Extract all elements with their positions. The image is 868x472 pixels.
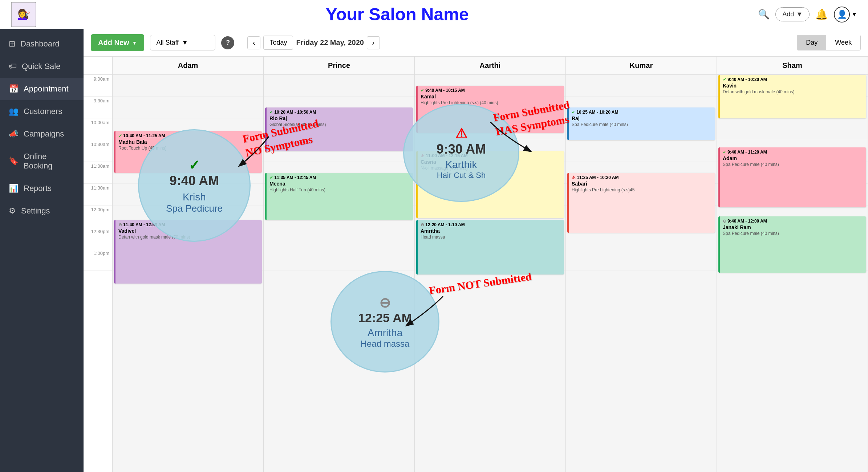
appointment-raj[interactable]: ✓ 10:25 AM - 10:20 AM Raj Spa Pedicure m… xyxy=(567,107,715,140)
onlinebooking-icon: 🔖 xyxy=(9,156,19,166)
appt-time: ✓ 9:40 AM - 10:15 AM xyxy=(421,88,561,93)
appt-service: Root Touch Up (45 mins) xyxy=(118,146,259,151)
current-date-label: Friday 22 May, 2020 xyxy=(296,38,364,47)
row xyxy=(717,118,868,140)
appt-service: Detan with gold mask male (40 mins) xyxy=(723,89,863,94)
week-view-button[interactable]: Week xyxy=(826,35,860,50)
time-slot-1030: 10:30am xyxy=(84,140,112,162)
search-button[interactable]: 🔍 xyxy=(758,9,770,20)
dashboard-icon: ⊞ xyxy=(9,39,15,49)
row xyxy=(566,249,717,271)
appointment-rio-raj[interactable]: ✓ 10:20 AM - 10:50 AM Rio Raj Global Sid… xyxy=(265,107,413,151)
appt-service: Highlights Half Tub (40 mins) xyxy=(269,187,410,192)
prev-date-button[interactable]: ‹ xyxy=(247,36,260,49)
appt-service: Detan with gold mask male (70 mins) xyxy=(118,235,259,240)
row xyxy=(566,75,717,97)
user-menu[interactable]: 👤 ▼ xyxy=(834,7,857,23)
staff-columns: Adam ✓ 10:40 AM - 11:25 AM xyxy=(113,57,868,472)
user-avatar: 👤 xyxy=(834,7,850,23)
today-button[interactable]: Today xyxy=(263,36,293,50)
appt-name: Kavin xyxy=(723,83,863,89)
sidebar-item-dashboard[interactable]: ⊞ Dashboard xyxy=(0,33,84,55)
appt-time: ⊖ 9:40 AM - 12:00 AM xyxy=(723,219,863,224)
sidebar-item-customers[interactable]: 👥 Customers xyxy=(0,100,84,123)
notification-icon[interactable]: 🔔 xyxy=(815,8,828,20)
add-new-label: Add New xyxy=(98,38,129,47)
next-date-button[interactable]: › xyxy=(367,36,380,49)
appointment-amritha[interactable]: ⊖ 12:20 AM - 1:10 AM Amritha Head massa xyxy=(416,220,564,274)
appt-service: Highlights Pre Lightening (s.s) (40 mins… xyxy=(421,100,561,105)
staff-col-kumar: Kumar ✓ 10:25 AM - 10:20 AM xyxy=(566,57,717,472)
day-view-button[interactable]: Day xyxy=(797,35,826,50)
staff-col-sham: Sham ✓ 9:40 AM - 10:20 AM xyxy=(717,57,868,472)
staff-header-kumar: Kumar xyxy=(566,57,717,75)
view-toggle: Day Week xyxy=(797,35,861,50)
time-slot-1230: 12:30pm xyxy=(84,227,112,249)
sidebar-item-settings[interactable]: ⚙ Settings xyxy=(0,200,84,222)
row xyxy=(113,75,263,97)
staff-body-prince: ✓ 10:20 AM - 10:50 AM Rio Raj Global Sid… xyxy=(264,75,414,472)
appointment-sabari[interactable]: ⚠ 11:25 AM - 10:20 AM Sabari Highlights … xyxy=(567,173,715,233)
appointment-kavin[interactable]: ✓ 9:40 AM - 10:20 AM Kavin Detan with go… xyxy=(718,75,866,118)
sidebar-label-dashboard: Dashboard xyxy=(20,39,60,49)
sidebar-item-reports[interactable]: 📊 Reports xyxy=(0,177,84,200)
appt-service: Head massa xyxy=(421,235,561,240)
add-new-button[interactable]: Add New ▼ xyxy=(91,34,144,51)
date-nav-group: ‹ Today Friday 22 May, 2020 › xyxy=(247,36,380,50)
row xyxy=(113,97,263,118)
sidebar-item-appointment[interactable]: 📅 Appointment xyxy=(0,78,84,100)
time-slot-1200: 12:00pm xyxy=(84,206,112,227)
row xyxy=(566,140,717,162)
time-slot-1100: 11:00am xyxy=(84,162,112,184)
appt-name: Casria xyxy=(421,159,561,165)
appt-service: Highlights Pre Lightening (s.s)45 xyxy=(572,187,712,192)
appt-time: ✓ 10:40 AM - 11:25 AM xyxy=(118,133,259,138)
reports-icon: 📊 xyxy=(9,184,19,193)
settings-icon: ⚙ xyxy=(9,206,16,216)
appt-name: Amritha xyxy=(421,228,561,234)
appt-name: Kamal xyxy=(421,94,561,99)
sidebar-item-quicksale[interactable]: 🏷 Quick Sale xyxy=(0,55,84,78)
appointment-vadivel[interactable]: ⊖ 11:40 AM - 12:50 AM Vadivel Detan with… xyxy=(114,220,262,284)
appt-time: ⚠ 11:00 AM - 12:15 AM xyxy=(421,153,561,158)
appt-time: ⚠ 11:25 AM - 10:20 AM xyxy=(572,175,712,180)
help-button[interactable]: ? xyxy=(221,36,234,49)
appointment-kamal[interactable]: ✓ 9:40 AM - 10:15 AM Kamal Highlights Pr… xyxy=(416,86,564,133)
appt-name: Meena xyxy=(269,181,410,187)
staff-body-adam: ✓ 10:40 AM - 11:25 AM Madhu Bala Root To… xyxy=(113,75,263,472)
appt-name: Rio Raj xyxy=(269,115,410,121)
sidebar-label-reports: Reports xyxy=(24,184,52,193)
staff-header-sham: Sham xyxy=(717,57,868,75)
staff-col-adam: Adam ✓ 10:40 AM - 11:25 AM xyxy=(113,57,264,472)
sidebar-item-campaigns[interactable]: 📣 Campaigns xyxy=(0,123,84,145)
appt-name: Raj xyxy=(572,115,712,121)
staff-body-kumar: ✓ 10:25 AM - 10:20 AM Raj Spa Pedicure m… xyxy=(566,75,717,472)
add-label: Add xyxy=(782,11,794,18)
appt-service: Global Sides(s.t)38 (60 mins) xyxy=(269,122,410,127)
appointment-meena[interactable]: ✓ 11:35 AM - 12:45 AM Meena Highlights H… xyxy=(265,173,413,220)
appointment-madhu-bala[interactable]: ✓ 10:40 AM - 11:25 AM Madhu Bala Root To… xyxy=(114,131,262,173)
appt-name: Janaki Ram xyxy=(723,224,863,230)
time-slot-1000: 10:00am xyxy=(84,118,112,140)
row xyxy=(264,75,414,97)
top-header: 💇‍♀️ Your Salon Name 🔍 Add ▼ 🔔 👤 ▼ xyxy=(0,0,868,29)
sidebar-label-customers: Customers xyxy=(24,107,62,116)
sidebar-label-settings: Settings xyxy=(21,206,50,216)
appt-time: ✓ 10:20 AM - 10:50 AM xyxy=(269,110,410,115)
staff-header-adam: Adam xyxy=(113,57,263,75)
staff-filter-dropdown[interactable]: All Staff ▼ xyxy=(150,35,215,50)
appt-time: ✓ 10:25 AM - 10:20 AM xyxy=(572,110,712,115)
appt-service: Spa Pedicure male (40 mins) xyxy=(572,122,712,127)
appt-service: N-oil massage (40 mins) xyxy=(421,166,561,171)
logo-image: 💇‍♀️ xyxy=(11,2,36,27)
staff-col-aarthi: Aarthi ✓ 9:40 AM - 10:15 AM xyxy=(415,57,566,472)
sidebar-item-onlinebooking[interactable]: 🔖 Online Booking xyxy=(0,145,84,177)
sidebar-label-campaigns: Campaigns xyxy=(24,129,64,139)
appointment-adam-sham[interactable]: ✓ 9:40 AM - 11:20 AM Adam Spa Pedicure m… xyxy=(718,147,866,207)
appointment-janaki-ram[interactable]: ⊖ 9:40 AM - 12:00 AM Janaki Ram Spa Pedi… xyxy=(718,216,866,273)
appointment-casria[interactable]: ⚠ 11:00 AM - 12:15 AM Casria N-oil massa… xyxy=(416,151,564,218)
staff-chevron-icon: ▼ xyxy=(182,39,188,46)
add-dropdown-button[interactable]: Add ▼ xyxy=(775,7,810,21)
appt-service: Spa Pedicure male (40 mins) xyxy=(723,162,863,167)
chevron-down-icon: ▼ xyxy=(796,11,803,18)
